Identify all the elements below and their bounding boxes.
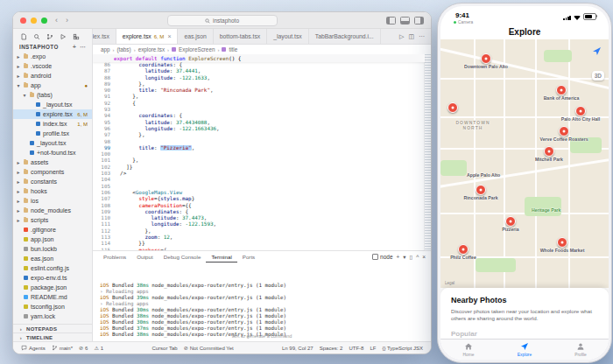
editor-tab-explore-tsx[interactable]: explore.tsx6, M× — [116, 29, 179, 44]
tree-item-eas-json[interactable]: eas.json — [13, 254, 92, 263]
breadcrumb-item-explorescreen[interactable]: ExploreScreen — [179, 46, 215, 52]
breadcrumb-item-app[interactable]: app — [101, 46, 110, 52]
tree-item-tsconfig-json[interactable]: tsconfig.json — [13, 302, 92, 312]
breadcrumb[interactable]: app›(tabs)›explore.tsx›ExploreScreen›tit… — [93, 45, 431, 54]
terminal-output[interactable]: iOS Bundled 38ms node_modules/expo-route… — [93, 262, 431, 341]
editor-tab-bottom-tabs-tsx[interactable]: bottom-tabs.tsx — [214, 29, 267, 44]
status-spaces-2[interactable]: Spaces: 2 — [320, 346, 343, 351]
tree-item-node-modules[interactable]: ▸node_modules — [13, 206, 92, 215]
activity-files-icon[interactable] — [20, 28, 27, 44]
tree-item-expo[interactable]: ▸.expo — [13, 52, 92, 61]
tree-item-package-json[interactable]: package.json — [13, 283, 92, 292]
activity-source-control-icon[interactable] — [46, 28, 53, 44]
new-terminal-icon[interactable]: + — [397, 254, 400, 260]
tree-item-tabs[interactable]: ▾(tabs) — [13, 90, 92, 100]
phone-tab-profile[interactable]: Profile — [553, 340, 609, 360]
run-icon[interactable]: ▷ — [399, 33, 404, 40]
map-3d-button[interactable]: 3D — [592, 71, 604, 80]
timeline-section[interactable]: ›TIMELINE — [13, 332, 92, 341]
tree-item-android[interactable]: ▸android — [13, 71, 92, 80]
map-pin-verve-coffee-roasters[interactable] — [559, 126, 569, 136]
map-pin-downtown-palo-alto[interactable] — [481, 53, 491, 64]
tree-item-bun-lockb[interactable]: bun.lockb — [13, 244, 92, 254]
status-6[interactable]: ⊘6 — [79, 345, 88, 351]
breadcrumb-item-tabs[interactable]: (tabs) — [117, 46, 131, 52]
tree-item-expo-env-d-ts[interactable]: expo-env.d.ts — [13, 273, 92, 283]
tree-item-app-json[interactable]: app.json — [13, 234, 92, 244]
editor-tab-eas-json[interactable]: eas.json — [178, 29, 213, 44]
map-view[interactable]: 3D Legal DOWNTOWN NORTHApple Palo AltoHe… — [440, 39, 609, 288]
status-lf[interactable]: LF — [370, 346, 376, 351]
tree-item-vscode[interactable]: ▸.vscode — [13, 61, 92, 71]
tree-item-app[interactable]: ▾app● — [13, 80, 92, 90]
status-not-committed-yet[interactable]: ⊘Not Committed Yet — [184, 345, 234, 351]
close-window-button[interactable] — [20, 18, 26, 24]
tree-item-layout-tsx[interactable]: _layout.tsx — [13, 100, 92, 109]
editor-tab-tabbarbackground-i[interactable]: TabBarBackground.i... — [309, 29, 381, 44]
status-utf-8[interactable]: UTF-8 — [349, 346, 363, 351]
tree-item-eslint-config-js[interactable]: eslint.config.js — [13, 263, 92, 273]
titlebar[interactable]: ‹ › instaphoto — [13, 12, 431, 29]
panel-tab-ports[interactable]: Ports — [237, 251, 260, 262]
minimap[interactable] — [424, 54, 431, 250]
explorer-section-header[interactable]: INSTAPHOTO + ⋯ — [13, 42, 92, 52]
toggle-secondary-sidebar-icon[interactable] — [414, 17, 424, 24]
locate-me-button[interactable] — [592, 46, 602, 56]
tab-close-icon[interactable]: × — [167, 33, 171, 39]
activity-search-icon[interactable] — [33, 28, 40, 44]
tree-item-hooks[interactable]: ▸hooks — [13, 186, 92, 196]
zoom-window-button[interactable] — [41, 18, 47, 24]
minimize-window-button[interactable] — [31, 18, 37, 24]
map-pin-whole-foods-market[interactable] — [557, 237, 567, 248]
tree-item-not-found-tsx[interactable]: +not-found.tsx — [13, 148, 92, 158]
map-legal-link[interactable]: Legal — [445, 281, 454, 285]
status-1[interactable]: ⚠1 — [94, 345, 103, 351]
tree-item-ios[interactable]: ▸ios — [13, 196, 92, 206]
tree-item-gitignore[interactable]: .gitignore — [13, 225, 92, 234]
editor-tab-index-tsx[interactable]: index.tsx — [93, 29, 116, 44]
toggle-panel-icon[interactable] — [400, 17, 410, 24]
panel-tab-debug-console[interactable]: Debug Console — [159, 251, 207, 262]
maximize-panel-icon[interactable]: ^ — [416, 254, 419, 260]
map-pin-palo-alto-city-hall[interactable] — [575, 106, 586, 116]
tree-item-readme-md[interactable]: README.md — [13, 292, 92, 302]
editor-tab-layout-tsx[interactable]: _layout.tsx — [267, 29, 309, 44]
tree-item-layout-tsx[interactable]: _layout.tsx — [13, 138, 92, 148]
nav-back-icon[interactable]: ‹ — [55, 17, 58, 24]
status-main[interactable]: main* — [52, 345, 73, 352]
activity-extensions-icon[interactable] — [73, 28, 80, 44]
toggle-primary-sidebar-icon[interactable] — [386, 17, 396, 24]
notepads-section[interactable]: ›NOTEPADS — [13, 324, 92, 332]
phone-tab-explore[interactable]: Explore — [497, 340, 553, 360]
status-cursor-tab[interactable]: Cursor Tab — [151, 346, 177, 351]
kill-terminal-icon[interactable]: ▯ — [410, 254, 413, 261]
tree-item-profile-tsx[interactable]: profile.tsx — [13, 129, 92, 138]
panel-tab-problems[interactable]: Problems — [98, 251, 131, 262]
split-editor-icon[interactable]: ◫ — [408, 33, 414, 40]
tree-item-scripts[interactable]: ▸scripts — [13, 215, 92, 225]
tree-item-constants[interactable]: ▸constants — [13, 177, 92, 186]
activity-run-debug-icon[interactable] — [60, 28, 67, 44]
status-typescript-jsx[interactable]: {} TypeScript JSX — [382, 346, 423, 351]
split-terminal-icon[interactable]: ▾ — [403, 254, 405, 261]
editor-more-actions-icon[interactable]: ⋯ — [419, 33, 425, 40]
code-content[interactable]: coordinates: { latitude: 37.4441, longit… — [114, 54, 424, 250]
map-pin-unlabeled[interactable] — [447, 102, 458, 113]
map-pin-rinconada-park[interactable] — [476, 185, 486, 195]
map-pin-pizzeria[interactable] — [505, 216, 516, 227]
more-actions-icon[interactable]: ⋯ — [80, 44, 86, 51]
tree-item-yarn-lock[interactable]: yarn.lock — [13, 312, 92, 321]
breadcrumb-item-title[interactable]: title — [229, 46, 237, 52]
map-pin-bank-of-america[interactable] — [556, 85, 567, 95]
tree-item-components[interactable]: ▸components — [13, 167, 92, 177]
panel-tab-output[interactable]: Output — [131, 251, 159, 262]
terminal-shell-badge[interactable]: node — [372, 254, 392, 260]
tree-item-index-tsx[interactable]: index.tsx1, M — [13, 119, 92, 129]
status-agents[interactable]: Agents — [21, 345, 46, 352]
tree-item-assets[interactable]: ▸assets — [13, 158, 92, 167]
command-center-search[interactable]: instaphoto — [167, 15, 278, 26]
phone-tab-home[interactable]: Home — [440, 340, 497, 360]
nav-forward-icon[interactable]: › — [66, 17, 68, 24]
code-editor[interactable]: export default function ExploreScreen() … — [93, 54, 431, 250]
new-file-icon[interactable]: + — [73, 44, 76, 51]
